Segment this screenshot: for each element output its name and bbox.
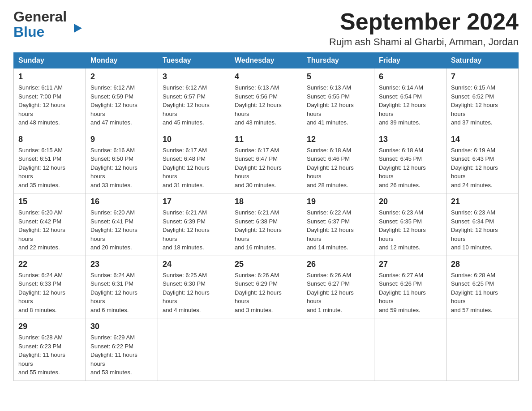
day-number: 4 bbox=[235, 72, 297, 81]
day-number: 11 bbox=[235, 135, 297, 144]
day-info: Sunrise: 6:14 AMSunset: 6:54 PMDaylight:… bbox=[379, 83, 442, 127]
day-header-thursday: Thursday bbox=[302, 53, 374, 68]
day-number: 17 bbox=[163, 197, 225, 206]
day-number: 21 bbox=[451, 197, 514, 206]
calendar-cell: 21Sunrise: 6:23 AMSunset: 6:34 PMDayligh… bbox=[446, 193, 519, 256]
day-info: Sunrise: 6:11 AMSunset: 7:00 PMDaylight:… bbox=[18, 83, 81, 127]
day-info: Sunrise: 6:17 AMSunset: 6:48 PMDaylight:… bbox=[163, 146, 225, 190]
day-number: 13 bbox=[379, 135, 442, 144]
day-info: Sunrise: 6:12 AMSunset: 6:57 PMDaylight:… bbox=[163, 83, 225, 127]
page-header: General Blue September 2024 Rujm ash Sha… bbox=[13, 9, 519, 48]
day-number: 15 bbox=[18, 197, 81, 206]
day-number: 2 bbox=[90, 72, 153, 81]
calendar-cell: 12Sunrise: 6:18 AMSunset: 6:46 PMDayligh… bbox=[302, 131, 374, 193]
day-info: Sunrise: 6:21 AMSunset: 6:38 PMDaylight:… bbox=[235, 208, 297, 252]
calendar-cell: 26Sunrise: 6:26 AMSunset: 6:27 PMDayligh… bbox=[302, 256, 374, 318]
calendar-week-row: 15Sunrise: 6:20 AMSunset: 6:42 PMDayligh… bbox=[14, 193, 519, 256]
day-number: 19 bbox=[307, 197, 369, 206]
day-info: Sunrise: 6:28 AMSunset: 6:25 PMDaylight:… bbox=[451, 271, 514, 315]
day-info: Sunrise: 6:15 AMSunset: 6:51 PMDaylight:… bbox=[18, 146, 81, 190]
calendar-cell: 6Sunrise: 6:14 AMSunset: 6:54 PMDaylight… bbox=[374, 68, 446, 131]
day-info: Sunrise: 6:18 AMSunset: 6:45 PMDaylight:… bbox=[379, 146, 442, 190]
day-number: 3 bbox=[163, 72, 225, 81]
calendar-cell: 10Sunrise: 6:17 AMSunset: 6:48 PMDayligh… bbox=[158, 131, 230, 193]
calendar-cell bbox=[446, 318, 519, 381]
calendar-cell: 27Sunrise: 6:27 AMSunset: 6:26 PMDayligh… bbox=[374, 256, 446, 318]
title-block: September 2024 Rujm ash Shami al Gharbi,… bbox=[329, 9, 519, 48]
day-info: Sunrise: 6:24 AMSunset: 6:31 PMDaylight:… bbox=[90, 271, 153, 315]
day-info: Sunrise: 6:15 AMSunset: 6:52 PMDaylight:… bbox=[451, 83, 514, 127]
day-header-friday: Friday bbox=[374, 53, 446, 68]
calendar-header-row: SundayMondayTuesdayWednesdayThursdayFrid… bbox=[14, 53, 519, 68]
day-number: 22 bbox=[18, 260, 81, 269]
day-header-sunday: Sunday bbox=[14, 53, 86, 68]
day-number: 16 bbox=[90, 197, 153, 206]
day-info: Sunrise: 6:13 AMSunset: 6:56 PMDaylight:… bbox=[235, 83, 297, 127]
day-number: 18 bbox=[235, 197, 297, 206]
calendar-cell: 28Sunrise: 6:28 AMSunset: 6:25 PMDayligh… bbox=[446, 256, 519, 318]
calendar-cell: 20Sunrise: 6:23 AMSunset: 6:35 PMDayligh… bbox=[374, 193, 446, 256]
calendar-cell: 19Sunrise: 6:22 AMSunset: 6:37 PMDayligh… bbox=[302, 193, 374, 256]
logo: General Blue bbox=[13, 9, 74, 39]
calendar-cell: 14Sunrise: 6:19 AMSunset: 6:43 PMDayligh… bbox=[446, 131, 519, 193]
day-info: Sunrise: 6:26 AMSunset: 6:29 PMDaylight:… bbox=[235, 271, 297, 315]
day-number: 5 bbox=[307, 72, 369, 81]
day-info: Sunrise: 6:16 AMSunset: 6:50 PMDaylight:… bbox=[90, 146, 153, 190]
calendar-cell: 25Sunrise: 6:26 AMSunset: 6:29 PMDayligh… bbox=[230, 256, 302, 318]
month-year: September 2024 bbox=[329, 9, 519, 34]
day-info: Sunrise: 6:18 AMSunset: 6:46 PMDaylight:… bbox=[307, 146, 369, 190]
calendar-cell: 16Sunrise: 6:20 AMSunset: 6:41 PMDayligh… bbox=[86, 193, 158, 256]
day-info: Sunrise: 6:19 AMSunset: 6:43 PMDaylight:… bbox=[451, 146, 514, 190]
day-info: Sunrise: 6:20 AMSunset: 6:41 PMDaylight:… bbox=[90, 208, 153, 252]
calendar-cell bbox=[230, 318, 302, 381]
calendar-cell: 11Sunrise: 6:17 AMSunset: 6:47 PMDayligh… bbox=[230, 131, 302, 193]
day-header-tuesday: Tuesday bbox=[158, 53, 230, 68]
day-info: Sunrise: 6:23 AMSunset: 6:34 PMDaylight:… bbox=[451, 208, 514, 252]
logo-general-text: General bbox=[13, 9, 67, 25]
calendar-cell bbox=[302, 318, 374, 381]
day-info: Sunrise: 6:23 AMSunset: 6:35 PMDaylight:… bbox=[379, 208, 442, 252]
calendar-cell: 13Sunrise: 6:18 AMSunset: 6:45 PMDayligh… bbox=[374, 131, 446, 193]
day-info: Sunrise: 6:27 AMSunset: 6:26 PMDaylight:… bbox=[379, 271, 442, 315]
calendar-table: SundayMondayTuesdayWednesdayThursdayFrid… bbox=[13, 52, 519, 381]
day-number: 7 bbox=[451, 72, 514, 81]
calendar-cell: 18Sunrise: 6:21 AMSunset: 6:38 PMDayligh… bbox=[230, 193, 302, 256]
calendar-cell: 29Sunrise: 6:28 AMSunset: 6:23 PMDayligh… bbox=[14, 318, 86, 381]
calendar-cell: 7Sunrise: 6:15 AMSunset: 6:52 PMDaylight… bbox=[446, 68, 519, 131]
day-number: 24 bbox=[163, 260, 225, 269]
day-number: 25 bbox=[235, 260, 297, 269]
day-info: Sunrise: 6:13 AMSunset: 6:55 PMDaylight:… bbox=[307, 83, 369, 127]
calendar-cell: 2Sunrise: 6:12 AMSunset: 6:59 PMDaylight… bbox=[86, 68, 158, 131]
day-info: Sunrise: 6:12 AMSunset: 6:59 PMDaylight:… bbox=[90, 83, 153, 127]
day-info: Sunrise: 6:25 AMSunset: 6:30 PMDaylight:… bbox=[163, 271, 225, 315]
calendar-cell: 1Sunrise: 6:11 AMSunset: 7:00 PMDaylight… bbox=[14, 68, 86, 131]
calendar-cell bbox=[374, 318, 446, 381]
calendar-cell: 15Sunrise: 6:20 AMSunset: 6:42 PMDayligh… bbox=[14, 193, 86, 256]
calendar-cell: 17Sunrise: 6:21 AMSunset: 6:39 PMDayligh… bbox=[158, 193, 230, 256]
calendar-cell: 3Sunrise: 6:12 AMSunset: 6:57 PMDaylight… bbox=[158, 68, 230, 131]
calendar-cell: 22Sunrise: 6:24 AMSunset: 6:33 PMDayligh… bbox=[14, 256, 86, 318]
day-number: 27 bbox=[379, 260, 442, 269]
calendar-cell: 5Sunrise: 6:13 AMSunset: 6:55 PMDaylight… bbox=[302, 68, 374, 131]
location: Rujm ash Shami al Gharbi, Amman, Jordan bbox=[329, 36, 519, 48]
day-number: 6 bbox=[379, 72, 442, 81]
calendar-week-row: 29Sunrise: 6:28 AMSunset: 6:23 PMDayligh… bbox=[14, 318, 519, 381]
day-info: Sunrise: 6:24 AMSunset: 6:33 PMDaylight:… bbox=[18, 271, 81, 315]
day-number: 20 bbox=[379, 197, 442, 206]
calendar-cell: 8Sunrise: 6:15 AMSunset: 6:51 PMDaylight… bbox=[14, 131, 86, 193]
day-info: Sunrise: 6:17 AMSunset: 6:47 PMDaylight:… bbox=[235, 146, 297, 190]
calendar-week-row: 1Sunrise: 6:11 AMSunset: 7:00 PMDaylight… bbox=[14, 68, 519, 131]
day-number: 9 bbox=[90, 135, 153, 144]
calendar-cell: 23Sunrise: 6:24 AMSunset: 6:31 PMDayligh… bbox=[86, 256, 158, 318]
day-number: 26 bbox=[307, 260, 369, 269]
day-number: 1 bbox=[18, 72, 81, 81]
logo-blue-text: Blue bbox=[13, 24, 44, 40]
calendar-week-row: 22Sunrise: 6:24 AMSunset: 6:33 PMDayligh… bbox=[14, 256, 519, 318]
calendar-cell: 4Sunrise: 6:13 AMSunset: 6:56 PMDaylight… bbox=[230, 68, 302, 131]
day-header-saturday: Saturday bbox=[446, 53, 519, 68]
calendar-cell: 24Sunrise: 6:25 AMSunset: 6:30 PMDayligh… bbox=[158, 256, 230, 318]
day-info: Sunrise: 6:20 AMSunset: 6:42 PMDaylight:… bbox=[18, 208, 81, 252]
day-number: 29 bbox=[18, 322, 81, 331]
day-info: Sunrise: 6:29 AMSunset: 6:22 PMDaylight:… bbox=[90, 333, 153, 377]
day-number: 30 bbox=[90, 322, 153, 331]
